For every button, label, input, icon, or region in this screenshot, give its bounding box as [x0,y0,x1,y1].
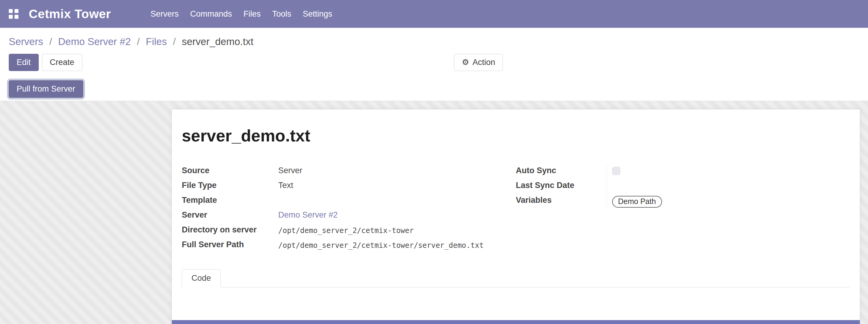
field-value-file-type: Text [278,180,293,195]
create-button[interactable]: Create [42,54,82,71]
object-button-row: Pull from Server [9,80,859,98]
field-label-template: Template [182,195,278,210]
field-label-last-sync-date: Last Sync Date [516,180,607,195]
field-value-last-sync-date [607,180,776,195]
menu-item-files[interactable]: Files [238,9,267,19]
field-value-server-link[interactable]: Demo Server #2 [278,210,338,225]
field-row-template: Template [182,195,516,210]
breadcrumb-current: server_demo.txt [182,36,253,47]
toolbar-button-row: Edit Create ⚙ Action [9,54,859,71]
field-groups: Source Server File Type Text Template Se… [182,165,850,254]
variable-tag-demo-path: Demo Path [612,196,662,208]
edit-button[interactable]: Edit [9,54,39,71]
breadcrumb-demo-server-2[interactable]: Demo Server #2 [58,36,131,47]
breadcrumb-servers[interactable]: Servers [9,36,43,47]
field-row-variables: Variables Demo Path [516,195,850,210]
field-group-left: Source Server File Type Text Template Se… [182,165,516,254]
form-sheet: server_demo.txt Source Server File Type … [172,109,860,324]
breadcrumb-files[interactable]: Files [146,36,167,47]
app-brand[interactable]: Cetmix Tower [29,7,111,21]
breadcrumb-separator: / [137,36,140,47]
notebook-tab-bar: Code [182,269,850,287]
apps-grid-icon[interactable] [9,9,19,19]
form-view-background: server_demo.txt Source Server File Type … [0,101,868,324]
field-row-file-type: File Type Text [182,180,516,195]
field-label-file-type: File Type [182,180,278,195]
menu-item-commands[interactable]: Commands [185,9,238,19]
field-value-full-path: /opt/demo_server_2/cetmix-tower/server_d… [278,239,484,254]
field-value-source: Server [278,165,303,180]
action-button-label: Action [472,58,495,66]
field-label-source: Source [182,165,278,180]
field-value-variables: Demo Path [607,195,776,210]
main-menu: Servers Commands Files Tools Settings [145,9,338,19]
pull-from-server-button[interactable]: Pull from Server [9,80,83,98]
menu-item-settings[interactable]: Settings [297,9,338,19]
field-row-server: Server Demo Server #2 [182,210,516,225]
field-group-right: Auto Sync Last Sync Date Variables Demo … [516,165,850,254]
control-panel: Servers / Demo Server #2 / Files / serve… [0,28,868,101]
gear-icon: ⚙ [462,58,469,66]
field-value-auto-sync [607,165,776,180]
menu-item-tools[interactable]: Tools [267,9,297,19]
field-label-server: Server [182,210,278,225]
record-title: server_demo.txt [182,126,850,145]
field-row-directory: Directory on server /opt/demo_server_2/c… [182,225,516,239]
breadcrumb-separator: / [49,36,52,47]
field-label-full-path: Full Server Path [182,239,278,254]
code-editor-top-edge [172,320,860,324]
tab-code[interactable]: Code [182,269,221,287]
field-row-last-sync-date: Last Sync Date [516,180,850,195]
top-navbar: Cetmix Tower Servers Commands Files Tool… [0,0,868,28]
menu-item-servers[interactable]: Servers [145,9,185,19]
field-value-directory: /opt/demo_server_2/cetmix-tower [278,225,414,239]
field-row-source: Source Server [182,165,516,180]
field-row-auto-sync: Auto Sync [516,165,850,180]
field-label-directory: Directory on server [182,225,278,239]
breadcrumb-separator: / [173,36,176,47]
auto-sync-checkbox [612,167,620,175]
action-dropdown-button[interactable]: ⚙ Action [454,54,503,71]
field-label-variables: Variables [516,195,607,210]
breadcrumb: Servers / Demo Server #2 / Files / serve… [9,28,859,47]
field-row-full-path: Full Server Path /opt/demo_server_2/cetm… [182,239,516,254]
field-label-auto-sync: Auto Sync [516,165,607,180]
